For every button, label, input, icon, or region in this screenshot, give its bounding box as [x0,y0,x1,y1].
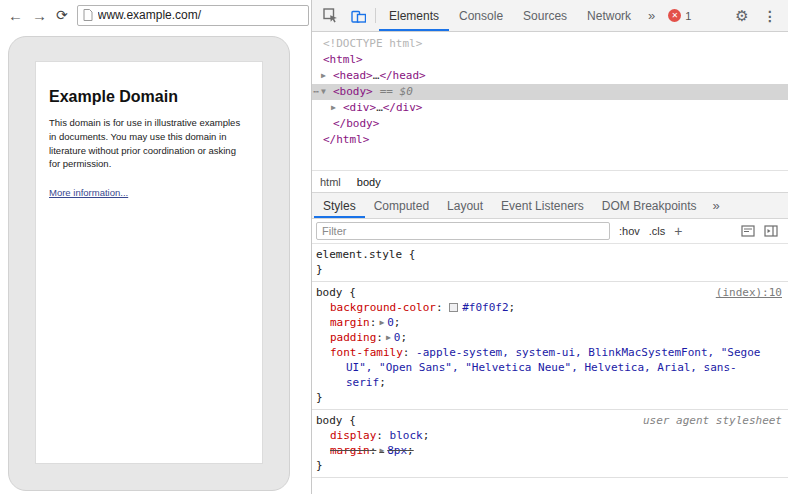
more-sidebar-tabs-button[interactable]: » [706,193,727,218]
user-agent-style-rule[interactable]: body { user agent stylesheet display: bl… [312,410,788,478]
semicolon: ; [394,316,401,329]
device-screen: Example Domain This domain is for use in… [35,61,263,464]
color-swatch[interactable] [449,303,458,312]
shorthand-expand-icon[interactable]: ▶ [379,318,384,327]
breadcrumb-body[interactable]: body [357,176,381,188]
css-property-margin-overridden[interactable]: margin:▶8px; [316,443,772,458]
close-brace: } [316,263,323,276]
more-information-link[interactable]: More information... [49,187,128,198]
dom-node-html-close[interactable]: </html> [312,132,788,148]
semicolon: ; [407,444,414,457]
colon: : [370,444,377,457]
property-name: display [330,429,376,442]
computed-styles-button[interactable] [741,225,755,237]
html-open-tag: <html> [323,53,363,66]
open-brace: { [349,286,356,299]
tab-console[interactable]: Console [449,0,513,31]
toolbar-separator [375,8,376,23]
kebab-menu-icon: ⋮ [763,9,777,23]
dom-node-body-close[interactable]: </body> [312,116,788,132]
property-name: font-family [330,346,403,359]
property-name: margin [330,444,370,457]
stylesheet-origin-label: user agent stylesheet [643,413,782,428]
css-property-margin[interactable]: margin:▶0; [316,315,772,330]
url-input[interactable] [98,8,303,23]
console-error-badge[interactable]: ✕ 1 [662,0,697,31]
colon: : [370,316,377,329]
div-open-tag: <div> [343,101,376,114]
css-property-background-color[interactable]: background-color: #f0f0f2; [316,300,772,315]
inspect-element-button[interactable] [316,0,344,31]
rule-selector[interactable]: body [316,286,343,299]
tab-layout[interactable]: Layout [438,193,492,218]
page-icon [83,9,93,21]
styles-pane: element.style { } body { (index):10 back… [312,244,788,494]
browser-navbar: ← → ⟳ [0,0,311,30]
back-button[interactable]: ← [8,8,23,23]
expand-arrow-icon[interactable]: ▶ [321,68,333,84]
dom-node-head[interactable]: ▶<head>…</head> [312,68,788,84]
shorthand-expand-icon[interactable]: ▶ [386,333,391,342]
property-value: -apple-system, system-ui, BlinkMacSystem… [346,346,760,389]
forward-button[interactable]: → [32,8,47,23]
semicolon: ; [423,429,430,442]
more-actions-icon[interactable]: ⋯ [313,84,318,100]
url-bar[interactable] [77,5,309,26]
css-property-padding[interactable]: padding:▶0; [316,330,772,345]
browser-pane: ← → ⟳ Example Domain This domain is for … [0,0,311,494]
breadcrumb-html[interactable]: html [320,176,341,188]
collapsed-content-ellipsis: … [376,101,383,114]
hover-state-toggle[interactable]: :hov [619,225,640,237]
tab-event-listeners[interactable]: Event Listeners [492,193,593,218]
body-close-tag: </body> [333,117,379,130]
class-toggle[interactable]: .cls [649,225,666,237]
css-property-display[interactable]: display: block; [316,428,772,443]
tab-network[interactable]: Network [577,0,641,31]
element-style-rule[interactable]: element.style { } [312,244,788,282]
colon: : [376,331,383,344]
property-name: margin [330,316,370,329]
device-toolbar-button[interactable] [344,0,372,31]
more-tabs-button[interactable]: » [641,0,662,31]
tab-elements[interactable]: Elements [379,0,449,31]
property-value: 8px [387,444,407,457]
device-toolbar-icon [351,9,366,23]
tab-dom-breakpoints[interactable]: DOM Breakpoints [593,193,706,218]
tab-styles[interactable]: Styles [314,193,365,218]
dom-node-html-open[interactable]: <html> [312,52,788,68]
property-name: background-color [330,301,436,314]
page-title: Example Domain [49,88,249,106]
colon: : [403,346,410,359]
selected-node-marker: == $0 [380,85,413,98]
dom-node-div[interactable]: ▶<div>…</div> [312,100,788,116]
dom-node-body[interactable]: ⋯▼<body>== $0 [312,84,788,100]
stylesheet-source-link[interactable]: (index):10 [716,285,782,300]
collapse-arrow-icon[interactable]: ▼ [321,84,333,100]
semicolon: ; [400,331,407,344]
shorthand-expand-icon[interactable]: ▶ [379,446,384,455]
styles-filter-input[interactable] [316,222,610,240]
doctype-text: <!DOCTYPE html> [323,37,422,50]
devtools-toolbar: Elements Console Sources Network » ✕ 1 ⚙… [312,0,788,32]
styles-filter-bar: :hov .cls + [312,219,788,244]
tab-sources[interactable]: Sources [513,0,577,31]
reload-button[interactable]: ⟳ [56,8,68,22]
settings-button[interactable]: ⚙ [728,0,756,31]
colon: : [436,301,443,314]
tab-computed[interactable]: Computed [365,193,438,218]
head-open-tag: <head> [333,69,373,82]
expand-arrow-icon[interactable]: ▶ [331,100,343,116]
devtools-menu-button[interactable]: ⋮ [756,0,784,31]
css-property-font-family[interactable]: font-family: -apple-system, system-ui, B… [316,345,772,390]
dom-node-doctype[interactable]: <!DOCTYPE html> [312,36,788,52]
rule-selector[interactable]: element.style [316,248,402,261]
rule-selector[interactable]: body [316,414,343,427]
sidebar-toggle-button[interactable] [764,225,778,237]
body-style-rule[interactable]: body { (index):10 background-color: #f0f… [312,282,788,410]
page-paragraph: This domain is for use in illustrative e… [49,116,249,171]
head-close-tag: </head> [379,69,425,82]
device-frame: Example Domain This domain is for use in… [8,36,290,491]
new-style-rule-button[interactable]: + [674,224,682,238]
breadcrumb: html body [312,170,788,192]
devtools-pane: Elements Console Sources Network » ✕ 1 ⚙… [311,0,788,494]
